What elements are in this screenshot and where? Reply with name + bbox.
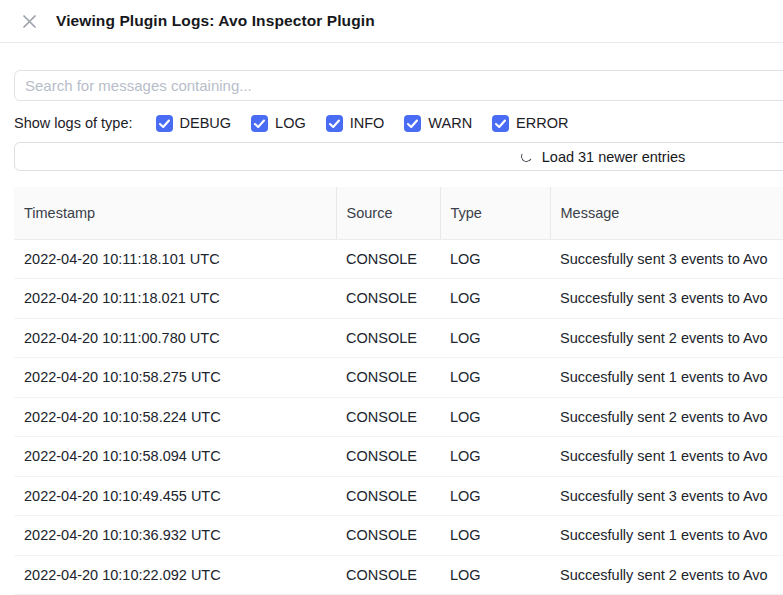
loading-spinner-icon: [520, 150, 533, 163]
column-header-message: Message: [550, 187, 783, 239]
cell-source: CONSOLE: [336, 516, 440, 556]
dialog-titlebar: Viewing Plugin Logs: Avo Inspector Plugi…: [0, 0, 783, 43]
cell-message: Succesfully sent 3 events to Avo: [550, 239, 783, 279]
check-icon: [156, 115, 173, 132]
cell-message: Succesfully sent 1 events to Avo: [550, 516, 783, 556]
search-input[interactable]: [14, 70, 783, 101]
load-newer-entries-button[interactable]: Load 31 newer entries: [14, 142, 783, 171]
cell-timestamp: 2022-04-20 10:10:58.094 UTC: [14, 437, 336, 477]
cell-type: LOG: [440, 358, 550, 398]
cell-source: CONSOLE: [336, 318, 440, 358]
check-icon: [251, 115, 268, 132]
cell-type: LOG: [440, 318, 550, 358]
cell-timestamp: 2022-04-20 10:10:36.932 UTC: [14, 516, 336, 556]
cell-source: CONSOLE: [336, 437, 440, 477]
cell-message: Succesfully sent 1 events to Avo: [550, 437, 783, 477]
cell-timestamp: 2022-04-20 10:10:58.275 UTC: [14, 358, 336, 398]
check-icon: [404, 115, 421, 132]
dialog-body: Show logs of type: DEBUGLOGINFOWARNERROR…: [14, 43, 783, 595]
cell-type: LOG: [440, 516, 550, 556]
cell-message: Succesfully sent 2 events to Avo: [550, 397, 783, 437]
filter-label: LOG: [275, 115, 306, 131]
cell-timestamp: 2022-04-20 10:10:22.092 UTC: [14, 555, 336, 595]
cell-type: LOG: [440, 555, 550, 595]
column-header-source: Source: [336, 187, 440, 239]
cell-type: LOG: [440, 239, 550, 279]
table-row: 2022-04-20 10:10:58.094 UTCCONSOLELOGSuc…: [14, 437, 783, 477]
table-row: 2022-04-20 10:11:00.780 UTCCONSOLELOGSuc…: [14, 318, 783, 358]
filter-checkbox-log[interactable]: LOG: [251, 115, 306, 132]
cell-type: LOG: [440, 279, 550, 319]
cell-timestamp: 2022-04-20 10:11:18.101 UTC: [14, 239, 336, 279]
dialog-title: Viewing Plugin Logs: Avo Inspector Plugi…: [56, 12, 375, 30]
cell-type: LOG: [440, 476, 550, 516]
column-header-type: Type: [440, 187, 550, 239]
filters-label: Show logs of type:: [14, 115, 133, 131]
cell-type: LOG: [440, 397, 550, 437]
filter-checkbox-error[interactable]: ERROR: [492, 115, 568, 132]
cell-message: Succesfully sent 2 events to Avo: [550, 555, 783, 595]
cell-source: CONSOLE: [336, 239, 440, 279]
filter-label: INFO: [350, 115, 385, 131]
cell-timestamp: 2022-04-20 10:11:00.780 UTC: [14, 318, 336, 358]
check-icon: [326, 115, 343, 132]
cell-type: LOG: [440, 437, 550, 477]
log-type-filters: Show logs of type: DEBUGLOGINFOWARNERROR: [14, 112, 783, 134]
table-row: 2022-04-20 10:10:22.092 UTCCONSOLELOGSuc…: [14, 555, 783, 595]
filter-label: DEBUG: [180, 115, 232, 131]
filter-checkbox-debug[interactable]: DEBUG: [156, 115, 232, 132]
table-row: 2022-04-20 10:11:18.101 UTCCONSOLELOGSuc…: [14, 239, 783, 279]
filter-checkbox-warn[interactable]: WARN: [404, 115, 472, 132]
cell-source: CONSOLE: [336, 476, 440, 516]
filter-label: ERROR: [516, 115, 568, 131]
cell-timestamp: 2022-04-20 10:10:49.455 UTC: [14, 476, 336, 516]
table-row: 2022-04-20 10:11:18.021 UTCCONSOLELOGSuc…: [14, 279, 783, 319]
filter-label: WARN: [428, 115, 472, 131]
cell-message: Succesfully sent 1 events to Avo: [550, 358, 783, 398]
cell-timestamp: 2022-04-20 10:11:18.021 UTC: [14, 279, 336, 319]
column-header-timestamp: Timestamp: [14, 187, 336, 239]
filter-checkbox-info[interactable]: INFO: [326, 115, 385, 132]
cell-source: CONSOLE: [336, 358, 440, 398]
cell-message: Succesfully sent 3 events to Avo: [550, 476, 783, 516]
cell-message: Succesfully sent 2 events to Avo: [550, 318, 783, 358]
load-newer-entries-label: Load 31 newer entries: [542, 149, 686, 165]
cell-message: Succesfully sent 3 events to Avo: [550, 279, 783, 319]
table-header-row: Timestamp Source Type Message: [14, 187, 783, 239]
cell-timestamp: 2022-04-20 10:10:58.224 UTC: [14, 397, 336, 437]
check-icon: [492, 115, 509, 132]
close-icon[interactable]: [22, 14, 37, 29]
cell-source: CONSOLE: [336, 397, 440, 437]
table-row: 2022-04-20 10:10:36.932 UTCCONSOLELOGSuc…: [14, 516, 783, 556]
table-row: 2022-04-20 10:10:58.224 UTCCONSOLELOGSuc…: [14, 397, 783, 437]
log-table: Timestamp Source Type Message 2022-04-20…: [14, 187, 783, 595]
table-row: 2022-04-20 10:10:49.455 UTCCONSOLELOGSuc…: [14, 476, 783, 516]
cell-source: CONSOLE: [336, 279, 440, 319]
cell-source: CONSOLE: [336, 555, 440, 595]
table-row: 2022-04-20 10:10:58.275 UTCCONSOLELOGSuc…: [14, 358, 783, 398]
